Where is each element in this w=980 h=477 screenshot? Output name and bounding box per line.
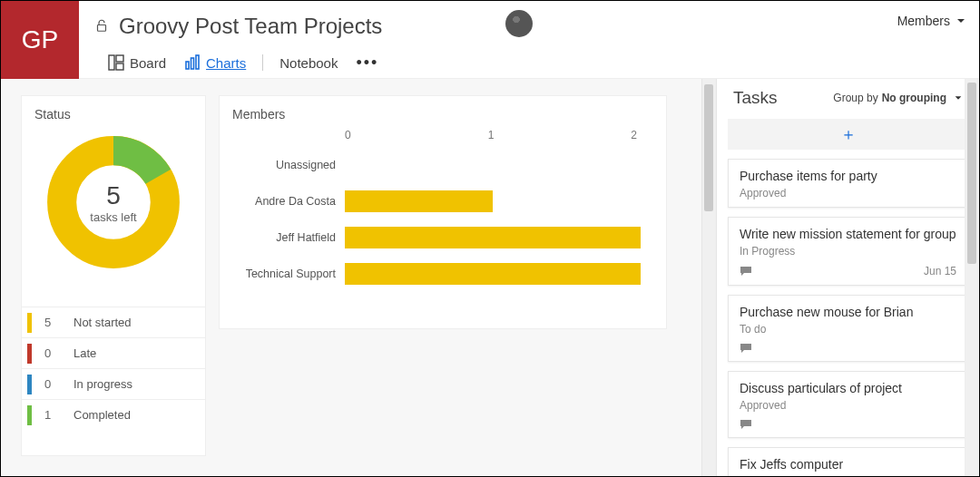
add-task-button[interactable]: ＋ — [728, 119, 968, 150]
task-meta — [740, 343, 956, 354]
app-header: GP Groovy Post Team Projects Members — [1, 1, 979, 79]
svg-rect-4 — [186, 62, 189, 69]
tasks-panel-header: Tasks Group by No grouping — [717, 79, 979, 115]
swatch-late — [27, 344, 32, 364]
bar-row: Andre Da Costa — [236, 183, 641, 219]
legend-label: Not started — [74, 316, 132, 329]
task-card[interactable]: Purchase new mouse for BrianTo do — [728, 295, 968, 362]
task-card[interactable]: Discuss particulars of projectApproved — [728, 371, 968, 438]
tasks-panel: Tasks Group by No grouping ＋ Purchase it… — [716, 79, 979, 476]
charts-icon — [184, 54, 201, 71]
task-title: Write new mission statement for group — [740, 227, 956, 241]
bar-row: Jeff Hatfield — [236, 219, 641, 256]
legend-count: 1 — [44, 408, 61, 422]
bar-track — [345, 227, 641, 248]
view-tabs: Board Charts Notebook ••• — [93, 48, 968, 77]
panel-scroll-thumb[interactable] — [967, 83, 976, 264]
task-meta: Jun 15 — [740, 265, 956, 277]
task-status: Approved — [740, 399, 956, 412]
bar-label: Technical Support — [236, 268, 345, 280]
comment-icon — [740, 266, 752, 277]
task-card[interactable]: Fix Jeffs computerTo doJun 10 — [728, 447, 968, 476]
group-by-prefix: Group by — [833, 92, 877, 104]
task-card[interactable]: Write new mission statement for groupIn … — [728, 217, 968, 286]
panel-scrollbar[interactable] — [965, 79, 979, 476]
legend-count: 5 — [44, 316, 61, 329]
plus-icon: ＋ — [840, 123, 857, 145]
tab-notebook[interactable]: Notebook — [270, 48, 347, 77]
tasks-list: Purchase items for partyApprovedWrite ne… — [717, 159, 979, 476]
svg-rect-1 — [109, 55, 114, 70]
donut-label: tasks left — [90, 210, 136, 224]
bar-label: Andre Da Costa — [236, 195, 345, 208]
avatar[interactable] — [505, 10, 533, 37]
donut-chart: 5 tasks left — [22, 134, 205, 270]
task-title: Purchase new mouse for Brian — [740, 305, 956, 319]
swatch-in-progress — [27, 375, 32, 394]
task-title: Fix Jeffs computer — [740, 457, 956, 472]
bar-axis: 0 1 2 — [345, 129, 641, 141]
more-menu[interactable]: ••• — [347, 54, 387, 73]
project-title: Groovy Post Team Projects — [119, 14, 382, 39]
caret-down-icon — [956, 15, 966, 26]
members-bar-chart: 0 1 2 UnassignedAndre Da CostaJeff Hatfi… — [220, 125, 666, 301]
bar-fill — [345, 263, 641, 285]
task-status: To do — [740, 475, 956, 476]
app-body: Status 5 tasks left 5 Not s — [1, 79, 979, 476]
task-status: In Progress — [740, 245, 956, 258]
members-dropdown[interactable]: Members — [897, 14, 966, 28]
bar-fill — [345, 227, 641, 248]
tab-divider — [262, 54, 263, 71]
members-card-title: Members — [220, 96, 666, 125]
lock-icon — [93, 18, 110, 34]
tasks-panel-title: Tasks — [733, 88, 778, 108]
bar-track — [345, 263, 641, 285]
svg-rect-6 — [196, 55, 199, 69]
members-dropdown-label: Members — [897, 14, 950, 28]
bar-track — [345, 154, 641, 176]
main-scroll-thumb[interactable] — [704, 84, 713, 211]
task-meta — [740, 419, 956, 430]
task-date: Jun 15 — [924, 265, 956, 277]
bar-row: Unassigned — [236, 147, 641, 183]
task-title: Discuss particulars of project — [740, 381, 956, 395]
legend-in-progress[interactable]: 0 In progress — [22, 368, 205, 399]
bar-track — [345, 190, 641, 212]
legend-count: 0 — [44, 377, 61, 391]
title-row: Groovy Post Team Projects Members — [93, 6, 968, 46]
legend-count: 0 — [44, 346, 61, 360]
header-main: Groovy Post Team Projects Members Board — [79, 1, 979, 77]
legend-label: Completed — [74, 408, 131, 422]
charts-area: Status 5 tasks left 5 Not s — [1, 79, 716, 476]
tick: 2 — [631, 129, 637, 141]
task-status: To do — [740, 323, 956, 336]
tick: 1 — [488, 129, 495, 141]
board-icon — [108, 54, 124, 71]
svg-rect-5 — [191, 58, 194, 69]
tab-charts-label: Charts — [206, 55, 246, 71]
group-by-dropdown[interactable]: Group by No grouping — [833, 92, 963, 104]
bar-fill — [345, 190, 493, 212]
group-by-value: No grouping — [882, 92, 946, 104]
task-card[interactable]: Purchase items for partyApproved — [728, 159, 968, 208]
bar-label: Unassigned — [236, 159, 345, 171]
main-scrollbar[interactable] — [701, 79, 716, 476]
members-card: Members 0 1 2 UnassignedAndre Da CostaJe… — [219, 95, 667, 329]
tab-notebook-label: Notebook — [279, 55, 338, 71]
legend-completed[interactable]: 1 Completed — [22, 399, 205, 430]
status-card: Status 5 tasks left 5 Not s — [21, 95, 206, 456]
legend-not-started[interactable]: 5 Not started — [22, 307, 205, 337]
svg-rect-2 — [116, 55, 123, 62]
task-title: Purchase items for party — [740, 169, 956, 183]
legend-late[interactable]: 0 Late — [22, 337, 205, 368]
team-badge: GP — [1, 1, 79, 79]
tab-board-label: Board — [130, 55, 166, 71]
comment-icon — [740, 343, 752, 354]
swatch-completed — [27, 405, 32, 425]
tab-board[interactable]: Board — [99, 48, 175, 77]
donut-count: 5 — [106, 181, 121, 210]
tab-charts[interactable]: Charts — [175, 48, 255, 77]
legend-label: In progress — [74, 377, 132, 391]
status-card-title: Status — [22, 96, 205, 125]
svg-rect-0 — [98, 25, 106, 32]
